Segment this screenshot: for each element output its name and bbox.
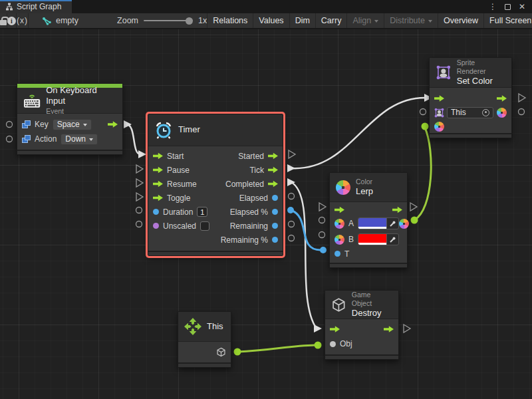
port-lerp-flow-in[interactable]	[319, 203, 326, 211]
node-on-keyboard-input[interactable]: On Keyboard Input Event Key Space	[17, 83, 123, 155]
port-setcolor-color-in[interactable]	[422, 123, 429, 130]
obj-label: Obj	[340, 339, 352, 348]
unscaled-in-dot[interactable]	[153, 223, 159, 229]
port-destroy-flow-out[interactable]	[404, 325, 410, 332]
port-lerp-a-in[interactable]	[319, 217, 325, 223]
node-sprite-set-color[interactable]: Sprite Renderer Set Color	[429, 57, 512, 138]
port-timer-tick-out[interactable]	[287, 164, 295, 172]
port-setcolor-result-out[interactable]	[519, 109, 525, 115]
completed-out-arrow[interactable]	[268, 180, 278, 188]
result-out-port-icon[interactable]	[497, 108, 507, 118]
node-this[interactable]: This	[178, 311, 231, 368]
game-object-out-port-icon[interactable]	[216, 347, 226, 357]
tab-script-graph[interactable]: Script Graph	[0, 0, 72, 13]
port-timer-resume-in[interactable]	[136, 179, 143, 187]
target-object-field[interactable]: This	[447, 107, 493, 118]
elapsed-pct-out-dot[interactable]	[272, 209, 278, 215]
node-destroy[interactable]: Game Object Destroy Obj	[325, 290, 399, 360]
wire-keyboard-to-timer-start[interactable]	[126, 124, 140, 154]
port-destroy-flow-in[interactable]	[314, 325, 322, 332]
sprite-renderer-port-icon[interactable]	[434, 108, 444, 118]
lock-button[interactable]	[0, 13, 7, 28]
close-icon[interactable]: ✕	[516, 1, 528, 12]
port-timer-duration-in[interactable]	[136, 207, 142, 213]
flow-in-arrow[interactable]	[334, 206, 344, 213]
flow-out-arrow[interactable]	[497, 95, 507, 102]
fullscreen-button[interactable]: Full Screen	[483, 13, 532, 28]
started-out-arrow[interactable]	[268, 152, 278, 160]
color-port-icon[interactable]	[334, 219, 344, 229]
distribute-dropdown[interactable]: Distribute	[384, 13, 438, 28]
port-this-self-out[interactable]	[234, 348, 241, 356]
variables-button[interactable]: (x)	[17, 13, 29, 28]
eyedropper-icon[interactable]	[386, 234, 398, 245]
relations-button[interactable]: Relations	[207, 13, 253, 28]
info-button[interactable]: i	[7, 13, 17, 28]
elapsed-out-dot[interactable]	[272, 195, 278, 201]
maximize-icon[interactable]	[501, 1, 513, 12]
color-a-swatch[interactable]	[358, 218, 386, 229]
port-setcolor-flow-out[interactable]	[519, 94, 525, 102]
flow-out-arrow[interactable]	[392, 206, 402, 213]
node-timer[interactable]: Timer Start Started Pause Tick Resume Co…	[148, 114, 283, 256]
port-timer-remaining-out[interactable]	[289, 221, 295, 227]
zoom-slider[interactable]	[144, 17, 193, 25]
result-out-port-icon[interactable]	[399, 219, 409, 229]
tick-out-arrow[interactable]	[268, 166, 278, 174]
carry-button[interactable]: Carry	[315, 13, 347, 28]
color-b-field[interactable]	[358, 233, 399, 245]
object-picker-icon[interactable]	[482, 109, 489, 116]
remaining-out-dot[interactable]	[272, 223, 278, 229]
dim-button[interactable]: Dim	[289, 13, 315, 28]
graph-canvas[interactable]: On Keyboard Input Event Key Space	[0, 29, 532, 399]
resume-in-arrow[interactable]	[153, 180, 163, 188]
port-timer-start-in[interactable]	[138, 150, 146, 158]
port-lerp-b-in[interactable]	[319, 232, 325, 238]
color-a-field[interactable]	[358, 217, 399, 229]
port-timer-elapsed-pct-out[interactable]	[287, 207, 294, 213]
kebab-menu-icon[interactable]: ⋮	[487, 1, 499, 12]
trigger-out-arrow[interactable]	[108, 121, 118, 128]
color-b-swatch[interactable]	[358, 234, 386, 245]
t-in-dot[interactable]	[334, 251, 340, 257]
port-timer-toggle-in[interactable]	[136, 193, 143, 201]
port-keyboard-key-in[interactable]	[7, 122, 13, 128]
color-port-icon[interactable]	[334, 235, 344, 245]
port-timer-remaining-pct-out[interactable]	[289, 235, 295, 241]
flow-out-arrow[interactable]	[384, 326, 394, 333]
zoom-slider-knob[interactable]	[186, 17, 193, 25]
overview-button[interactable]: Overview	[438, 13, 483, 28]
values-button[interactable]: Values	[253, 13, 289, 28]
port-lerp-t-in[interactable]	[320, 247, 327, 253]
node-color-lerp[interactable]: Color Lerp A	[329, 172, 408, 268]
pause-in-arrow[interactable]	[153, 166, 163, 174]
port-keyboard-action-in[interactable]	[7, 136, 13, 142]
port-timer-elapsed-out[interactable]	[289, 194, 295, 200]
port-lerp-result-out[interactable]	[411, 217, 418, 224]
port-timer-unscaled-in[interactable]	[136, 221, 142, 227]
flow-in-arrow[interactable]	[330, 326, 340, 333]
eyedropper-icon[interactable]	[386, 218, 398, 229]
duration-input[interactable]: 1	[197, 207, 207, 217]
start-in-arrow[interactable]	[153, 152, 163, 160]
toggle-in-arrow[interactable]	[153, 194, 163, 201]
key-dropdown[interactable]: Space	[53, 119, 92, 130]
port-timer-started-out[interactable]	[289, 150, 295, 158]
port-destroy-obj-in[interactable]	[315, 342, 322, 349]
port-lerp-flow-out[interactable]	[410, 203, 417, 211]
graph-pointer-breadcrumb[interactable]: empty	[42, 13, 78, 28]
port-setcolor-target-in[interactable]	[420, 109, 426, 115]
port-timer-pause-in[interactable]	[136, 165, 143, 173]
align-dropdown[interactable]: Align	[346, 13, 384, 28]
remaining-pct-out-dot[interactable]	[272, 237, 278, 243]
action-dropdown[interactable]: Down	[61, 134, 98, 145]
color-in-port-icon[interactable]	[434, 122, 444, 132]
wire-this-to-obj[interactable]	[237, 345, 315, 352]
wire-tick-to-setcolor[interactable]	[291, 98, 426, 168]
duration-in-dot[interactable]	[153, 209, 159, 215]
flow-in-arrow[interactable]	[434, 95, 444, 102]
tab-label: Script Graph	[17, 2, 61, 11]
wire-completed-to-destroy[interactable]	[291, 182, 317, 329]
obj-in-dot[interactable]	[330, 341, 336, 347]
unscaled-checkbox[interactable]	[200, 221, 209, 231]
